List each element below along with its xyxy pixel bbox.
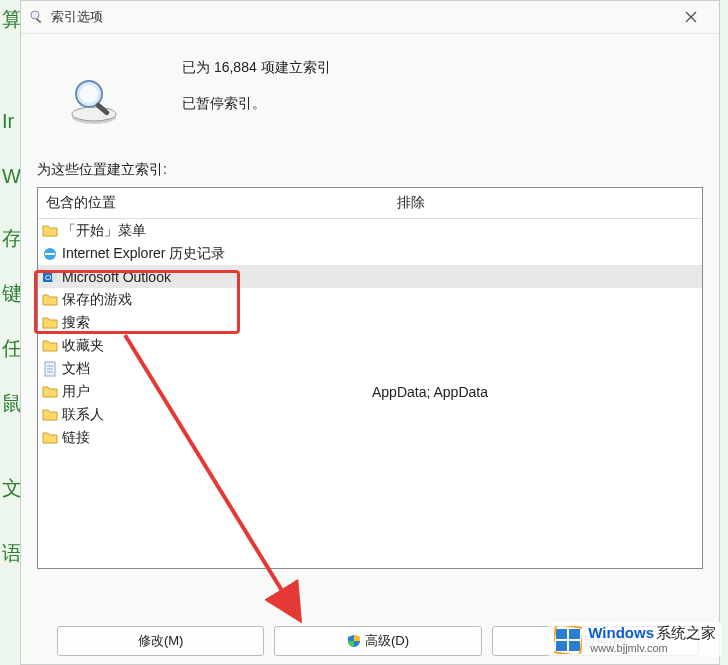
indexed-count-text: 已为 16,884 项建立索引 — [182, 59, 331, 77]
list-item-label: 链接 — [62, 429, 90, 447]
folder-icon — [42, 223, 58, 239]
list-header: 包含的位置 排除 — [38, 188, 702, 219]
svg-point-3 — [72, 107, 116, 121]
modify-button[interactable]: 修改(M) — [57, 626, 264, 656]
bg-letter: 键 — [2, 280, 22, 307]
folder-icon — [42, 430, 58, 446]
doc-icon — [42, 361, 58, 377]
list-item[interactable]: 「开始」菜单 — [38, 219, 702, 242]
watermark-brand-2: 系统之家 — [656, 625, 716, 642]
list-item[interactable]: 用户AppData; AppData — [38, 380, 702, 403]
list-item[interactable]: Internet Explorer 历史记录 — [38, 242, 702, 265]
bg-letter: W — [2, 165, 21, 188]
list-item[interactable]: 文档 — [38, 357, 702, 380]
advanced-button[interactable]: 高级(D) — [274, 626, 481, 656]
list-item[interactable]: 联系人 — [38, 403, 702, 426]
dialog-content: 已为 16,884 项建立索引 已暂停索引。 为这些位置建立索引: 包含的位置 … — [21, 34, 719, 579]
folder-icon — [42, 384, 58, 400]
bg-letter: 文 — [2, 475, 22, 502]
column-location[interactable]: 包含的位置 — [38, 188, 389, 218]
advanced-button-label: 高级(D) — [365, 632, 409, 650]
modify-button-label: 修改(M) — [138, 632, 184, 650]
bg-letter: Ir — [2, 110, 14, 133]
windows-logo-icon — [554, 626, 582, 654]
svg-rect-16 — [556, 629, 567, 639]
titlebar: 索引选项 — [21, 1, 719, 34]
svg-point-0 — [31, 11, 39, 19]
locations-listbox[interactable]: 包含的位置 排除 「开始」菜单Internet Explorer 历史记录OMi… — [37, 187, 703, 569]
watermark-brand-1: Windows — [588, 625, 654, 642]
list-item[interactable]: 收藏夹 — [38, 334, 702, 357]
folder-icon — [42, 407, 58, 423]
column-exclude[interactable]: 排除 — [389, 188, 702, 218]
list-item-label: 收藏夹 — [62, 337, 104, 355]
list-item-label: 搜索 — [62, 314, 90, 332]
watermark: Windows 系统之家 www.bjjmlv.com — [548, 622, 722, 657]
svg-text:O: O — [45, 273, 51, 282]
close-button[interactable] — [671, 3, 711, 31]
list-item[interactable]: 保存的游戏 — [38, 288, 702, 311]
svg-point-5 — [80, 85, 98, 103]
list-item-label: 用户 — [62, 383, 90, 401]
bg-letter: 鼠 — [2, 390, 22, 417]
list-item-label: 联系人 — [62, 406, 104, 424]
indexing-options-dialog: 索引选项 已为 16,884 项建立索引 已暂停索 — [20, 0, 720, 665]
watermark-url: www.bjjmlv.com — [590, 642, 716, 654]
svg-rect-10 — [52, 273, 57, 281]
list-item-exclude: AppData; AppData — [372, 384, 702, 400]
bg-letter: 算 — [2, 6, 22, 33]
svg-rect-19 — [569, 641, 580, 651]
indexing-paused-text: 已暂停索引。 — [182, 95, 331, 113]
bg-letter: 存 — [2, 225, 22, 252]
dialog-title: 索引选项 — [51, 8, 671, 26]
list-item[interactable]: 搜索 — [38, 311, 702, 334]
list-item-label: 「开始」菜单 — [62, 222, 146, 240]
svg-rect-17 — [569, 629, 580, 639]
list-item-label: 保存的游戏 — [62, 291, 132, 309]
bg-letter: 任 — [2, 335, 22, 362]
ie-icon — [42, 246, 58, 262]
list-item[interactable]: 链接 — [38, 426, 702, 449]
svg-rect-18 — [556, 641, 567, 651]
locations-label: 为这些位置建立索引: — [37, 161, 703, 179]
outlook-icon: O — [42, 269, 58, 285]
bg-letter: 语 — [2, 540, 22, 567]
background-text: 算IrW存键任鼠文语 — [0, 0, 20, 665]
svg-rect-1 — [36, 18, 42, 23]
list-item-label: Internet Explorer 历史记录 — [62, 245, 225, 263]
folder-icon — [42, 315, 58, 331]
list-item-label: 文档 — [62, 360, 90, 378]
indexing-icon — [29, 9, 45, 25]
shield-icon — [347, 634, 361, 648]
list-item-label: Microsoft Outlook — [62, 269, 171, 285]
magnifier-drive-icon — [67, 74, 122, 129]
folder-icon — [42, 292, 58, 308]
list-item[interactable]: OMicrosoft Outlook — [38, 265, 702, 288]
folder-icon — [42, 338, 58, 354]
